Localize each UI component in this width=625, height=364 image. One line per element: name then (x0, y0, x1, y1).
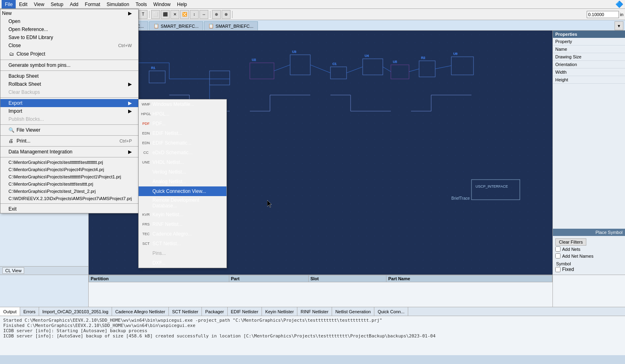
menu-file[interactable]: File (2, 0, 16, 8)
submenu-analog[interactable]: Analog Netlist... (139, 177, 226, 186)
add-net-names-checkbox[interactable] (555, 253, 561, 259)
menu-tools[interactable]: Tools (133, 0, 150, 8)
output-tab-output[interactable]: Output (0, 307, 20, 316)
menu-window[interactable]: Window (150, 0, 174, 8)
sep7 (0, 157, 138, 157)
menu-add[interactable]: Add (66, 0, 81, 8)
menu-help[interactable]: Help (174, 0, 190, 8)
menu-item-print[interactable]: 🖨 Print... Ctrl+P (0, 137, 138, 145)
output-tab-errors[interactable]: Errors (20, 307, 39, 316)
menu-item-close-project[interactable]: 🗂 Close Project (0, 50, 138, 58)
open-label: Open (8, 19, 20, 24)
output-area: Partition Part Slot Part Name Output Err… (0, 275, 625, 355)
print-label: Print... (17, 138, 31, 144)
menu-item-recent1[interactable]: C:\MentorGraphics\Projects\testttttttt\t… (0, 159, 138, 166)
submenu-edif-netlist[interactable]: EDN EDIF Netlist... (139, 128, 226, 138)
pins-label: Pins... (152, 250, 166, 256)
cl-view-tab[interactable]: CL View (2, 267, 24, 274)
place-symbol-title: Place Symbol (553, 229, 625, 236)
submenu-pins[interactable]: Pins... (139, 248, 226, 258)
rinf-label: RINF Netlist... (152, 221, 183, 227)
toolbar-btn-17[interactable]: ✕ (170, 10, 179, 19)
menu-simulation[interactable]: Simulation (104, 0, 133, 8)
submenu-keyin[interactable]: KVR Keyin Netlist... (139, 210, 226, 219)
submenu-cadence[interactable]: TEC Cadence Allegro... (139, 229, 226, 239)
toolbar-btn-15[interactable]: ⬜ (151, 10, 160, 19)
output-line-2: Finished C:\MentorGraphics\EEVX.2.10\SDD… (3, 323, 622, 328)
menu-item-save-edm[interactable]: Save to EDM Library (0, 33, 138, 41)
menu-edit[interactable]: Edit (16, 0, 31, 8)
menu-item-import[interactable]: Import ▶ (0, 107, 138, 115)
toolbar-btn-20[interactable]: ↔ (199, 10, 208, 19)
menu-item-close[interactable]: Close Ctrl+W (0, 41, 138, 50)
menu-item-recent5[interactable]: C:\MentorGraphics\Projects\test_2\test_2… (0, 188, 138, 195)
submenu-wmf[interactable]: WMF Windows Metafile... (139, 99, 226, 109)
tab-label-4: SMART_BRIEFC... (216, 24, 253, 29)
output-tab-edif[interactable]: EDIF Netlister (228, 307, 262, 316)
output-tab-keyin[interactable]: Keyin Netlister (262, 307, 297, 316)
output-tab-netlist-gen[interactable]: Netlist Generation (332, 307, 374, 316)
submenu-quick-conn[interactable]: Quick Connection View... (139, 186, 226, 196)
menu-item-recent2[interactable]: C:\MentorGraphics\Projects\Project4\Proj… (0, 166, 138, 173)
toolbar-btn-18[interactable]: 🔀 (180, 10, 189, 19)
add-nets-checkbox[interactable] (555, 246, 561, 252)
rollback-sheet-label: Rollback Sheet (8, 81, 41, 87)
zoom-input[interactable]: 0.10000 (587, 11, 619, 18)
clear-filters-btn[interactable]: Clear Filters (555, 238, 586, 246)
menu-item-data-mgmt[interactable]: Data Management Integration ▶ (0, 148, 138, 156)
output-tab-quick[interactable]: Quick Conn... (374, 307, 408, 316)
menu-format[interactable]: Format (82, 0, 104, 8)
menu-item-export[interactable]: Export ▶ WMF Windows Metafile... HPGL HP… (0, 99, 138, 107)
toolbar-btn-16[interactable]: ⬛ (161, 10, 170, 19)
submenu-pdf[interactable]: PDF PDF... (139, 119, 226, 128)
tab-4[interactable]: 📋 SMART_BRIEFC... (204, 21, 258, 30)
menu-item-publish[interactable]: Publish Blocks... (0, 115, 138, 123)
submenu-sct[interactable]: SCT SCT Netlist... (139, 239, 226, 248)
output-tab-log[interactable]: Import_OrCAD_230103_2051.log (39, 307, 112, 316)
menu-item-rollback-sheet[interactable]: Rollback Sheet ▶ (0, 80, 138, 88)
toolbar-btn-19[interactable]: ↕ (190, 10, 199, 19)
menu-item-recent6[interactable]: C:\WDIR\EEVX.2.10\DxProjects\AMSProject7… (0, 195, 138, 202)
submenu-vhdl[interactable]: UNE VHDL Netlist... (139, 157, 226, 167)
menu-item-new[interactable]: New ▶ (0, 9, 138, 17)
menu-item-open[interactable]: Open (0, 17, 138, 25)
app-icon: 🔷 (615, 0, 623, 8)
menu-item-open-ref[interactable]: Open Reference... (0, 25, 138, 33)
output-tab-packager[interactable]: Packager (202, 307, 227, 316)
menu-item-file-viewer[interactable]: 🔍 File Viewer (0, 126, 138, 134)
menu-item-recent3[interactable]: C:\MentorGraphics\Projects\testttttttt\P… (0, 173, 138, 180)
menu-view[interactable]: View (31, 0, 48, 8)
submenu-verilog[interactable]: Verilog Netlist... (139, 167, 226, 177)
sep8 (0, 203, 138, 204)
menu-item-clear-backups[interactable]: Clear Backups (0, 88, 138, 96)
menu-item-gen-symbol[interactable]: Generate symbol from pins... (0, 61, 138, 69)
submenu-edif-schematic[interactable]: EDN EDIF Schematic... (139, 138, 226, 148)
import-arrow: ▶ (128, 108, 132, 114)
tab-dropdown-btn[interactable]: ▼ (615, 21, 623, 30)
output-tab-sct[interactable]: SCT Netlister (169, 307, 202, 316)
menu-item-backup-sheet[interactable]: Backup Sheet (0, 72, 138, 80)
menu-setup[interactable]: Setup (48, 0, 66, 8)
output-tab-rinf[interactable]: RINF Netlister (297, 307, 332, 316)
toolbar-btn-22[interactable]: ⊗ (222, 10, 230, 19)
output-tab-cadence[interactable]: Cadence Allegro Netlister (112, 307, 169, 316)
submenu-remote-dev[interactable]: Remote Development Database... (139, 196, 226, 210)
sep5 (0, 135, 138, 136)
tab-3[interactable]: 📋 SMART_BRIEFC... (149, 21, 203, 30)
submenu-hpgl[interactable]: HPGL HPGL... (139, 109, 226, 119)
submenu-rinf[interactable]: FRS RINF Netlist... (139, 219, 226, 229)
toolbar-btn-21[interactable]: ⊕ (212, 10, 221, 19)
backup-sheet-label: Backup Sheet (8, 73, 39, 79)
toolbar-btn-14[interactable]: T (139, 10, 147, 19)
edif-schematic-icon: EDN (140, 139, 152, 147)
fixed-checkbox[interactable] (555, 267, 561, 272)
analog-icon (140, 178, 152, 185)
keyin-label: Keyin Netlist... (152, 212, 183, 217)
prop-width: Width (553, 68, 625, 76)
submenu-dxf[interactable]: DXF... (139, 258, 226, 268)
menu-item-exit[interactable]: Exit (0, 205, 138, 213)
menu-item-recent4[interactable]: C:\MentorGraphics\Projects\testttt\testt… (0, 180, 138, 188)
hpgl-label: HPGL... (152, 111, 170, 117)
pdf-icon: PDF (140, 120, 152, 127)
submenu-edxd[interactable]: CC eDxD Schematic... (139, 148, 226, 157)
